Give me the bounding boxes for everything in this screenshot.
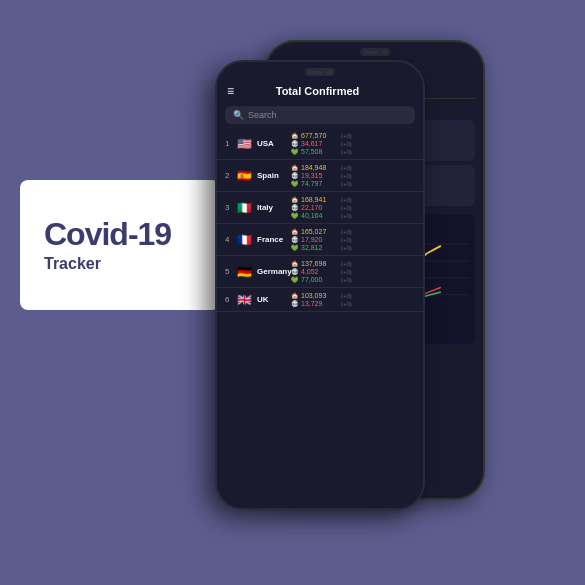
country-stats: 🏠 677,570 (+0) 💀 34,617 (+0) 💚 57,508 (+… [291,132,415,155]
list-item[interactable]: 1 🇺🇸 USA 🏠 677,570 (+0) 💀 34,617 (+0) 💚 … [217,128,423,160]
death-stat: 17,920 [301,236,339,243]
death-stat: 22,170 [301,204,339,211]
confirmed-stat: 168,941 [301,196,339,203]
death-delta: (+0) [341,173,352,179]
confirmed-stat: 677,570 [301,132,339,139]
confirmed-row: 🏠 137,698 (+0) [291,260,415,267]
front-phone-header: ≡ Total Confirmed [217,78,423,102]
country-name: UK [257,295,287,304]
list-item[interactable]: 6 🇬🇧 UK 🏠 103,093 (+0) 💀 13,729 (+0) [217,288,423,312]
recovered-stat: 32,812 [301,244,339,251]
confirmed-stat-icon: 🏠 [291,260,299,267]
recovered-stat: 77,000 [301,276,339,283]
country-rank: 1 [225,139,233,148]
country-name: Italy [257,203,287,212]
confirmed-stat: 184,948 [301,164,339,171]
death-stat: 13,729 [301,300,339,307]
recovered-row: 💚 74,797 (+0) [291,180,415,187]
confirmed-row: 🏠 184,948 (+0) [291,164,415,171]
country-name: USA [257,139,287,148]
confirmed-delta: (+0) [341,261,352,267]
list-item[interactable]: 3 🇮🇹 Italy 🏠 168,941 (+0) 💀 22,170 (+0) … [217,192,423,224]
death-row: 💀 22,170 (+0) [291,204,415,211]
recovered-row: 💚 57,508 (+0) [291,148,415,155]
confirmed-delta: (+0) [341,293,352,299]
death-stat: 19,315 [301,172,339,179]
country-rank: 6 [225,295,233,304]
search-icon: 🔍 [233,110,244,120]
death-stat-icon: 💀 [291,236,299,243]
recovered-delta: (+0) [341,277,352,283]
confirmed-row: 🏠 677,570 (+0) [291,132,415,139]
country-flag: 🇬🇧 [237,293,253,307]
confirmed-stat-icon: 🏠 [291,292,299,299]
confirmed-stat-icon: 🏠 [291,196,299,203]
confirmed-stat: 103,093 [301,292,339,299]
country-stats: 🏠 184,948 (+0) 💀 19,315 (+0) 💚 74,797 (+… [291,164,415,187]
country-flag: 🇪🇸 [237,169,253,183]
front-phone-screen: ≡ Total Confirmed 🔍 Search 1 🇺🇸 USA 🏠 67… [217,78,423,510]
country-rank: 3 [225,203,233,212]
death-delta: (+0) [341,141,352,147]
recovered-stat-icon: 💚 [291,180,299,187]
confirmed-stat-icon: 🏠 [291,228,299,235]
country-name: France [257,235,287,244]
death-stat: 4,052 [301,268,339,275]
confirmed-stat: 165,027 [301,228,339,235]
confirmed-stat: 137,698 [301,260,339,267]
country-name: Germany [257,267,287,276]
country-rank: 2 [225,171,233,180]
menu-icon-front[interactable]: ≡ [227,84,234,98]
recovered-stat-icon: 💚 [291,148,299,155]
recovered-delta: (+0) [341,149,352,155]
country-stats: 🏠 137,698 (+0) 💀 4,052 (+0) 💚 77,000 (+0… [291,260,415,283]
phone-front: ≡ Total Confirmed 🔍 Search 1 🇺🇸 USA 🏠 67… [215,60,425,510]
recovered-row: 💚 77,000 (+0) [291,276,415,283]
death-stat: 34,617 [301,140,339,147]
death-row: 💀 34,617 (+0) [291,140,415,147]
recovered-stat-icon: 💚 [291,212,299,219]
search-placeholder: Search [248,110,277,120]
country-stats: 🏠 168,941 (+0) 💀 22,170 (+0) 💚 40,164 (+… [291,196,415,219]
recovered-stat: 74,797 [301,180,339,187]
country-name: Spain [257,171,287,180]
app-title-card: Covid-19 Tracker [20,180,220,310]
phones-container: ≡ Covid-19 Global Tracker GLOBAL Last Re… [215,30,585,560]
list-item[interactable]: 2 🇪🇸 Spain 🏠 184,948 (+0) 💀 19,315 (+0) … [217,160,423,192]
death-stat-icon: 💀 [291,140,299,147]
confirmed-delta: (+0) [341,197,352,203]
app-title: Covid-19 [44,217,196,252]
recovered-delta: (+0) [341,213,352,219]
recovered-stat: 40,164 [301,212,339,219]
death-stat-icon: 💀 [291,172,299,179]
recovered-stat-icon: 💚 [291,244,299,251]
list-item[interactable]: 4 🇫🇷 France 🏠 165,027 (+0) 💀 17,920 (+0)… [217,224,423,256]
death-delta: (+0) [341,205,352,211]
search-bar[interactable]: 🔍 Search [225,106,415,124]
death-row: 💀 13,729 (+0) [291,300,415,307]
death-row: 💀 19,315 (+0) [291,172,415,179]
confirmed-delta: (+0) [341,133,352,139]
recovered-stat-icon: 💚 [291,276,299,283]
confirmed-stat-icon: 🏠 [291,132,299,139]
list-item[interactable]: 5 🇩🇪 Germany 🏠 137,698 (+0) 💀 4,052 (+0)… [217,256,423,288]
recovered-delta: (+0) [341,245,352,251]
confirmed-row: 🏠 168,941 (+0) [291,196,415,203]
confirmed-row: 🏠 103,093 (+0) [291,292,415,299]
confirmed-delta: (+0) [341,229,352,235]
country-rank: 4 [225,235,233,244]
app-subtitle: Tracker [44,255,196,273]
confirmed-row: 🏠 165,027 (+0) [291,228,415,235]
country-stats: 🏠 165,027 (+0) 💀 17,920 (+0) 💚 32,812 (+… [291,228,415,251]
confirmed-stat-icon: 🏠 [291,164,299,171]
death-delta: (+0) [341,237,352,243]
country-flag: 🇮🇹 [237,201,253,215]
country-rank: 5 [225,267,233,276]
country-stats: 🏠 103,093 (+0) 💀 13,729 (+0) [291,292,415,307]
recovered-row: 💚 32,812 (+0) [291,244,415,251]
country-flag: 🇫🇷 [237,233,253,247]
country-list: 1 🇺🇸 USA 🏠 677,570 (+0) 💀 34,617 (+0) 💚 … [217,128,423,312]
death-row: 💀 17,920 (+0) [291,236,415,243]
recovered-stat: 57,508 [301,148,339,155]
death-row: 💀 4,052 (+0) [291,268,415,275]
